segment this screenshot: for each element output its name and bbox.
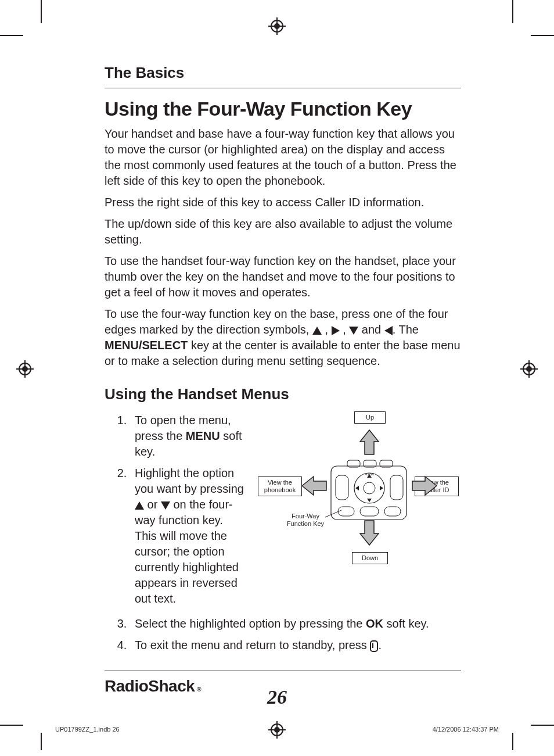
- svg-rect-24: [390, 475, 403, 500]
- diagram-left-label: View the phonebook: [258, 476, 302, 496]
- triangle-up-icon: [312, 327, 322, 335]
- text: To exit the menu and return to standby, …: [135, 639, 370, 651]
- svg-point-7: [274, 727, 280, 733]
- subheading: Using the Handset Menus: [105, 385, 461, 403]
- divider: [105, 88, 461, 88]
- page-number: 26: [267, 686, 287, 708]
- paragraph: The up/down side of this key are also av…: [105, 216, 461, 248]
- text: and: [358, 323, 384, 336]
- key-label: OK: [366, 617, 383, 630]
- crop-mark: [0, 35, 23, 36]
- triangle-left-icon: [384, 326, 393, 335]
- crop-mark: [512, 733, 513, 750]
- brand-logo: RadioShack®: [105, 677, 201, 696]
- svg-rect-26: [360, 507, 379, 516]
- crop-mark: [531, 725, 554, 726]
- page-title: Using the Four-Way Function Key: [105, 98, 461, 120]
- paragraph: Your handset and base have a four-way fu…: [105, 126, 461, 189]
- list-item: Select the highlighted option by pressin…: [130, 616, 461, 632]
- text: ,: [322, 323, 332, 336]
- four-way-key-diagram: Up View the phonebook View the Caller ID…: [256, 409, 461, 583]
- diagram-down-label: Down: [352, 552, 388, 564]
- svg-rect-23: [336, 475, 348, 500]
- divider: [105, 671, 461, 671]
- text: . The: [393, 323, 419, 336]
- text: soft key.: [383, 617, 429, 630]
- registration-mark-icon: [268, 721, 286, 739]
- svg-point-15: [526, 366, 532, 372]
- footer-filename: UP01799ZZ_1.indb 26: [55, 726, 120, 733]
- svg-point-21: [364, 482, 375, 494]
- end-call-icon: [370, 640, 378, 652]
- crop-mark: [531, 35, 554, 36]
- text: Select the highlighted option by pressin…: [135, 617, 366, 630]
- triangle-right-icon: [332, 326, 340, 335]
- arrow-up-icon: [358, 429, 381, 456]
- triangle-down-icon: [161, 501, 170, 510]
- diagram-key-label: Four-Way Function Key: [283, 513, 328, 528]
- text: Highlight the option you want by pressin…: [135, 467, 244, 495]
- crop-mark: [512, 0, 513, 23]
- key-label: MENU/SELECT: [105, 339, 188, 352]
- list-item: Highlight the option you want by pressin…: [130, 465, 244, 607]
- footer-timestamp: 4/12/2006 12:43:37 PM: [433, 726, 499, 733]
- arrow-down-icon: [358, 519, 381, 546]
- text: .: [378, 639, 382, 651]
- triangle-up-icon: [135, 501, 144, 510]
- diagram-up-label: Up: [354, 411, 386, 424]
- registration-mark-icon: [268, 17, 286, 35]
- triangle-down-icon: [349, 327, 358, 335]
- brand-text: RadioShack: [105, 677, 195, 695]
- text: or: [144, 498, 161, 511]
- crop-mark: [41, 733, 42, 750]
- crop-mark: [0, 725, 23, 726]
- paragraph: To use the handset four-way function key…: [105, 253, 461, 300]
- arrow-left-icon: [301, 474, 328, 497]
- text: on the four-way function key. This will …: [135, 498, 239, 605]
- text: ,: [340, 323, 350, 336]
- section-header: The Basics: [105, 64, 461, 82]
- svg-point-3: [274, 23, 280, 29]
- paragraph: To use the four-way function key on the …: [105, 306, 461, 369]
- paragraph: Press the right side of this key to acce…: [105, 195, 461, 210]
- svg-point-11: [22, 366, 28, 372]
- registration-mark-icon: [520, 360, 538, 378]
- arrow-right-icon: [411, 474, 438, 497]
- list-item: To open the menu, press the MENU soft ke…: [130, 413, 244, 460]
- list-item: To exit the menu and return to standby, …: [130, 637, 461, 653]
- svg-rect-27: [384, 507, 401, 516]
- key-label: MENU: [186, 429, 220, 442]
- svg-line-28: [325, 510, 341, 517]
- registration-mark-icon: [16, 360, 34, 378]
- crop-mark: [41, 0, 42, 23]
- leader-line: [325, 509, 343, 518]
